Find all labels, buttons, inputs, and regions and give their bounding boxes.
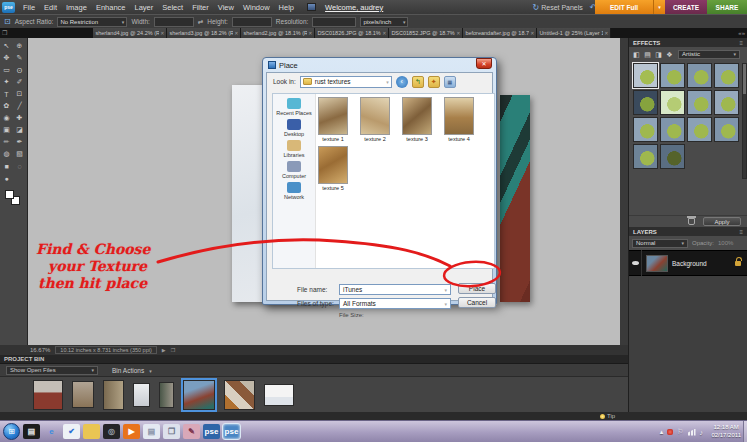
document-tab[interactable]: sherland2.jpg @ 18.1% (RGB/8) — [241, 28, 315, 38]
tool-button[interactable]: ▭ — [0, 64, 13, 76]
tool-button[interactable]: ↖ — [0, 40, 13, 52]
start-button[interactable]: ⊞ — [3, 423, 20, 440]
effect-thumbnail[interactable] — [660, 144, 685, 169]
document-tab[interactable]: DSC01852.JPG @ 18.7% (RGB/8)* — [389, 28, 463, 38]
taskbar-app-icon[interactable]: ▶ — [123, 424, 140, 439]
tool-button[interactable]: ▣ — [0, 124, 13, 136]
taskbar-app-icon[interactable]: pse — [203, 424, 220, 439]
effect-thumbnail[interactable] — [660, 90, 685, 115]
menu-item[interactable]: Window — [239, 3, 274, 12]
layer-styles-icon[interactable]: ▤ — [643, 50, 652, 59]
panel-menu-icon[interactable]: ≡ — [739, 40, 743, 46]
taskbar-app-icon[interactable]: pse — [223, 424, 240, 439]
tool-button[interactable]: ● — [0, 172, 13, 184]
place-button[interactable]: Place — [458, 283, 496, 294]
opacity-value[interactable]: 100% — [718, 240, 733, 246]
status-arrow-icon[interactable]: ▶ — [162, 347, 166, 353]
tool-button[interactable]: ʘ — [13, 64, 26, 76]
taskbar-app-icon[interactable]: e — [43, 424, 60, 439]
document-size[interactable]: 10.12 inches x 8.731 inches (350 ppi) — [55, 346, 156, 354]
action-center-flag-icon[interactable]: ⚐ — [677, 428, 683, 436]
document-tab[interactable]: beforeandafter.jpg @ 18.7% (RGB/8) — [463, 28, 537, 38]
file-item[interactable]: texture 4 — [444, 97, 474, 142]
taskbar-app-icon[interactable] — [83, 424, 100, 439]
tool-button[interactable]: ✥ — [0, 52, 13, 64]
create-button[interactable]: CREATE — [665, 0, 707, 14]
effect-thumbnail[interactable] — [633, 63, 658, 88]
file-item[interactable]: texture 5 — [318, 146, 348, 191]
menu-item[interactable]: Edit — [40, 3, 61, 12]
bin-thumbnail[interactable] — [224, 380, 255, 410]
effect-thumbnail[interactable] — [714, 90, 739, 115]
bin-thumbnail[interactable] — [72, 381, 94, 408]
document-tab[interactable]: sherland3.jpg @ 18.2% (RGB/8) — [167, 28, 241, 38]
menu-item[interactable]: Help — [275, 3, 298, 12]
menu-item[interactable]: Filter — [188, 3, 213, 12]
network-icon[interactable] — [688, 429, 696, 436]
file-item[interactable]: texture 3 — [402, 97, 432, 142]
effect-thumbnail[interactable] — [633, 144, 658, 169]
tool-button[interactable]: ✚ — [13, 112, 26, 124]
bin-actions-button[interactable]: Bin Actions — [112, 367, 152, 374]
welcome-link[interactable]: Welcome, audrey — [325, 3, 383, 12]
tool-button[interactable]: ◍ — [0, 148, 13, 160]
view-menu-icon[interactable]: ▦ — [444, 76, 456, 88]
edit-full-button[interactable]: EDIT Full — [595, 0, 653, 14]
layer-visibility-toggle[interactable] — [629, 250, 642, 276]
tool-button[interactable]: ⊡ — [13, 88, 26, 100]
up-one-level-icon[interactable]: ↰ — [412, 76, 424, 88]
menu-item[interactable]: Layer — [131, 3, 158, 12]
status-menu-icon[interactable]: ❐ — [171, 347, 175, 353]
tool-button[interactable]: ■ — [0, 160, 13, 172]
effect-thumbnail[interactable] — [687, 63, 712, 88]
apply-button[interactable]: Apply — [703, 217, 741, 226]
menu-item[interactable]: View — [214, 3, 238, 12]
tab-close-icon[interactable] — [603, 30, 608, 36]
zoom-level[interactable]: 16.67% — [30, 347, 50, 353]
panel-menu-icon[interactable]: ≡ — [739, 229, 743, 235]
swap-dimensions-icon[interactable]: ⇄ — [198, 18, 203, 26]
effect-thumbnail[interactable] — [633, 117, 658, 142]
show-open-files-select[interactable]: Show Open Files — [6, 366, 98, 375]
float-windows-icon[interactable]: ❐ — [2, 28, 7, 38]
cancel-button[interactable]: Cancel — [458, 297, 496, 308]
dialog-close-button[interactable]: ✕ — [476, 58, 492, 69]
volume-icon[interactable]: ♪ — [700, 429, 704, 436]
menu-item[interactable]: Enhance — [92, 3, 130, 12]
bin-thumbnail[interactable] — [33, 380, 63, 410]
width-input[interactable] — [154, 17, 194, 27]
taskbar-clock[interactable]: 12:18 AM 02/17/2011 — [711, 423, 741, 440]
taskbar-app-icon[interactable]: ✔ — [63, 424, 80, 439]
taskbar-app-icon[interactable]: ◎ — [103, 424, 120, 439]
tab-close-icon[interactable] — [529, 30, 534, 36]
effect-thumbnail[interactable] — [714, 117, 739, 142]
document-tab[interactable]: DSC01826.JPG @ 18.1% (RGB/8)* — [315, 28, 389, 38]
file-name-input[interactable]: iTunes — [339, 284, 451, 295]
file-item[interactable]: texture 1 — [318, 97, 348, 142]
tool-button[interactable]: ✦ — [0, 76, 13, 88]
tool-button[interactable]: ✏ — [0, 136, 13, 148]
layout-grid-icon[interactable] — [307, 3, 316, 11]
look-in-select[interactable]: rust textures — [300, 76, 392, 88]
show-desktop-button[interactable] — [743, 421, 747, 442]
tab-close-icon[interactable] — [233, 30, 238, 36]
taskbar-app-icon[interactable]: ❐ — [163, 424, 180, 439]
effect-thumbnail[interactable] — [660, 117, 685, 142]
files-of-type-select[interactable]: All Formats — [339, 298, 451, 309]
effects-category-select[interactable]: Artistic — [678, 50, 740, 59]
tool-button[interactable]: ▧ — [13, 148, 26, 160]
taskbar-app-icon[interactable]: ▤ — [23, 424, 40, 439]
sidebar-place-item[interactable]: Libraries — [273, 140, 316, 158]
document-tab[interactable]: sherland4.jpg @ 24.2% (RGB/8) — [93, 28, 167, 38]
tool-button[interactable]: ◪ — [13, 124, 26, 136]
file-item[interactable]: texture 2 — [360, 97, 390, 142]
new-folder-icon[interactable]: ✦ — [428, 76, 440, 88]
trash-icon[interactable] — [688, 218, 695, 225]
bin-thumbnail[interactable] — [183, 380, 215, 410]
layer-row-background[interactable]: Background — [629, 250, 747, 276]
tool-button[interactable]: ✿ — [0, 100, 13, 112]
sidebar-place-item[interactable]: Network — [273, 182, 316, 200]
sidebar-place-item[interactable]: Computer — [273, 161, 316, 179]
effect-thumbnail[interactable] — [633, 90, 658, 115]
tool-button[interactable]: ╱ — [13, 100, 26, 112]
